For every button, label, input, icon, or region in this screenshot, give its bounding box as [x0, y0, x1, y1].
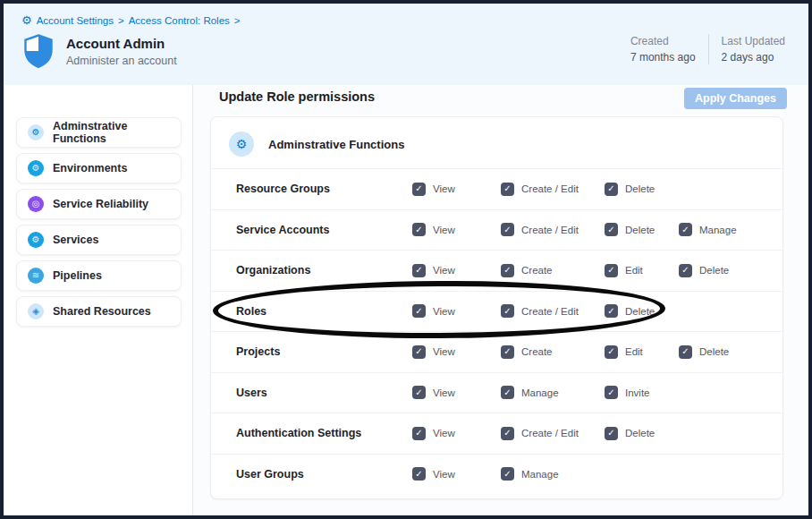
permission-manage: ✓Manage: [501, 467, 605, 481]
permission-row-resource-groups: Resource Groups✓View✓Create / Edit✓Delet…: [211, 168, 782, 209]
role-meta: Created 7 months ago Last Updated 2 days…: [630, 34, 785, 64]
permission-label: Delete: [699, 346, 729, 357]
checkbox-users-invite[interactable]: ✓: [605, 386, 618, 399]
permission-view: ✓View: [412, 223, 501, 236]
checkbox-resource-groups-create-edit[interactable]: ✓: [501, 183, 514, 196]
permission-label: View: [433, 428, 455, 438]
gear-icon: ⚙: [28, 124, 44, 140]
permission-label: Create / Edit: [521, 183, 579, 194]
breadcrumb-link-access-control-roles[interactable]: Access Control: Roles: [129, 15, 230, 26]
sidebar-item-adminstrative-functions[interactable]: ⚙Adminstrative Functions: [16, 117, 182, 148]
resource-name: Service Accounts: [236, 224, 412, 236]
checkbox-resource-groups-delete[interactable]: ✓: [605, 183, 618, 196]
permission-view: ✓View: [412, 345, 501, 359]
checkbox-service-accounts-view[interactable]: ✓: [412, 223, 426, 236]
resource-group-sidebar: ⚙Adminstrative Functions⚙Environments◎Se…: [4, 85, 193, 515]
checkbox-projects-delete[interactable]: ✓: [679, 345, 692, 359]
checkbox-resource-groups-view[interactable]: ✓: [412, 183, 426, 196]
breadcrumb-link-account-settings[interactable]: Account Settings: [37, 15, 114, 26]
checkbox-projects-create[interactable]: ✓: [501, 345, 514, 359]
permission-label: Create / Edit: [521, 428, 579, 438]
checkbox-roles-delete[interactable]: ✓: [605, 304, 618, 318]
checkbox-user-groups-manage[interactable]: ✓: [501, 467, 514, 481]
permission-label: Create / Edit: [521, 225, 579, 235]
sidebar-item-services[interactable]: ⚙Services: [16, 225, 182, 255]
permission-delete: ✓Delete: [605, 223, 679, 236]
resource-name: Resource Groups: [236, 183, 412, 195]
sidebar-item-shared-resources[interactable]: ◈Shared Resources: [16, 296, 182, 327]
checkbox-projects-edit[interactable]: ✓: [605, 345, 618, 359]
resource-name: Roles: [236, 305, 412, 318]
permission-label: View: [433, 183, 455, 194]
permission-delete: ✓Delete: [605, 183, 679, 196]
checkbox-users-view[interactable]: ✓: [412, 386, 426, 399]
permission-view: ✓View: [412, 264, 501, 277]
permission-label: Delete: [625, 183, 655, 194]
permission-label: View: [433, 469, 455, 480]
settings-gear-icon: ⚙: [21, 14, 32, 26]
permission-create: ✓Create: [501, 345, 605, 359]
permission-row-projects: Projects✓View✓Create✓Edit✓Delete: [211, 331, 782, 372]
checkbox-organizations-view[interactable]: ✓: [412, 264, 426, 277]
breadcrumb: ⚙ Account Settings>Access Control: Roles…: [21, 14, 791, 26]
checkbox-service-accounts-manage[interactable]: ✓: [679, 223, 692, 236]
permission-label: Delete: [625, 428, 655, 438]
apply-changes-button[interactable]: Apply Changes: [684, 88, 787, 109]
page-title: Account Admin: [66, 36, 177, 51]
page-subtitle: Administer an account: [66, 55, 177, 67]
created-value: 7 months ago: [630, 51, 696, 64]
permission-label: Delete: [625, 306, 655, 317]
checkbox-organizations-delete[interactable]: ✓: [679, 264, 692, 277]
breadcrumb-separator: >: [234, 15, 241, 26]
permission-manage: ✓Manage: [679, 223, 759, 236]
role-shield-icon: [23, 34, 54, 68]
checkbox-users-manage[interactable]: ✓: [501, 386, 514, 399]
resource-name: Users: [236, 387, 412, 399]
permission-view: ✓View: [412, 467, 501, 481]
sidebar-item-label: Service Reliability: [53, 198, 148, 210]
permission-manage: ✓Manage: [501, 386, 605, 399]
sidebar-item-pipelines[interactable]: ≋Pipelines: [16, 260, 182, 291]
permissions-card: ⚙ Adminstrative Functions Resource Group…: [210, 116, 783, 499]
permission-label: Create: [521, 346, 553, 357]
checkbox-service-accounts-delete[interactable]: ✓: [605, 223, 618, 236]
checkbox-authentication-settings-view[interactable]: ✓: [412, 427, 426, 440]
permission-view: ✓View: [412, 386, 501, 399]
permission-create-edit: ✓Create / Edit: [501, 427, 605, 440]
permission-row-organizations: Organizations✓View✓Create✓Edit✓Delete: [211, 250, 782, 291]
permission-label: View: [433, 387, 455, 398]
checkbox-roles-create-edit[interactable]: ✓: [501, 304, 514, 318]
permission-label: View: [433, 265, 455, 276]
sidebar-item-service-reliability[interactable]: ◎Service Reliability: [16, 189, 182, 219]
checkbox-service-accounts-create-edit[interactable]: ✓: [501, 223, 514, 236]
pulse-icon: ◎: [28, 196, 44, 212]
diamond-icon: ◈: [28, 303, 44, 319]
last-updated-value: 2 days ago: [722, 51, 785, 64]
checkbox-organizations-create[interactable]: ✓: [501, 264, 514, 277]
permission-label: View: [433, 306, 455, 317]
permission-create-edit: ✓Create / Edit: [501, 223, 605, 236]
checkbox-roles-view[interactable]: ✓: [412, 304, 426, 318]
checkbox-organizations-edit[interactable]: ✓: [605, 264, 618, 277]
sidebar-item-environments[interactable]: ⚙Environments: [16, 153, 182, 183]
checkbox-user-groups-view[interactable]: ✓: [412, 467, 426, 481]
gear-icon: ⚙: [28, 160, 44, 176]
permissions-main: Update Role permissions Apply Changes ⚙ …: [193, 85, 808, 515]
permission-label: Delete: [699, 265, 729, 276]
checkbox-authentication-settings-create-edit[interactable]: ✓: [501, 427, 514, 440]
checkbox-authentication-settings-delete[interactable]: ✓: [605, 427, 618, 440]
permission-edit: ✓Edit: [605, 345, 679, 359]
checkbox-projects-view[interactable]: ✓: [412, 345, 426, 359]
permission-delete: ✓Delete: [605, 304, 679, 318]
resource-name: Authentication Settings: [236, 427, 412, 439]
meta-divider: [708, 34, 709, 64]
permission-row-authentication-settings: Authentication Settings✓View✓Create / Ed…: [211, 413, 782, 454]
permission-label: Delete: [625, 225, 655, 235]
permission-invite: ✓Invite: [605, 386, 679, 399]
last-updated-label: Last Updated: [722, 35, 785, 47]
permission-view: ✓View: [412, 427, 501, 440]
permission-label: Invite: [625, 387, 650, 398]
permission-label: Edit: [625, 265, 643, 276]
sidebar-item-label: Environments: [53, 162, 127, 174]
permission-label: Manage: [521, 387, 559, 398]
